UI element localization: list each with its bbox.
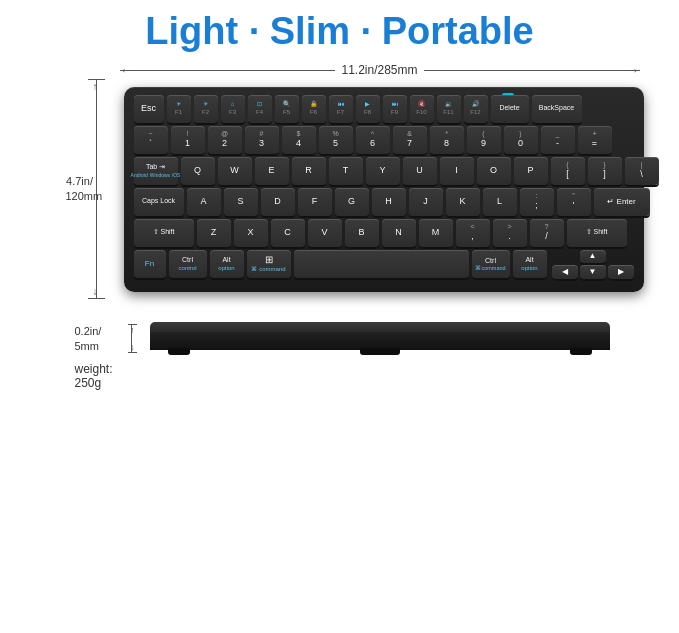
width-label: 11.2in/285mm (335, 63, 423, 77)
key-f4[interactable]: ⊡F4 (248, 95, 272, 123)
up-arrow-icon: ↑ (93, 81, 98, 92)
key-comma[interactable]: <, (456, 219, 490, 247)
arrow-right-icon: → (626, 62, 640, 78)
key-f6[interactable]: 🔒F6 (302, 95, 326, 123)
side-top-edge (150, 322, 610, 332)
height-measurement: 4.7in/120mm ↑ ↓ (66, 79, 116, 299)
key-enter[interactable]: ↵ Enter (594, 188, 650, 216)
key-rbracket[interactable]: }] (588, 157, 622, 185)
key-minus[interactable]: _- (541, 126, 575, 154)
bumper-center (360, 348, 400, 355)
key-arrow-down[interactable]: ▼ (580, 265, 606, 279)
key-m[interactable]: M (419, 219, 453, 247)
key-equals[interactable]: += (578, 126, 612, 154)
key-b[interactable]: B (345, 219, 379, 247)
key-arrow-right[interactable]: ▶ (608, 265, 634, 279)
key-g[interactable]: G (335, 188, 369, 216)
key-a[interactable]: A (187, 188, 221, 216)
key-e[interactable]: E (255, 157, 289, 185)
key-ctrl-right[interactable]: Ctrl⌘command (472, 250, 510, 278)
key-f7[interactable]: ⏮F7 (329, 95, 353, 123)
key-tab[interactable]: Tab ⇥AndroidWindowsiOS (134, 157, 178, 185)
key-p[interactable]: P (514, 157, 548, 185)
key-quote[interactable]: "' (557, 188, 591, 216)
key-lbracket[interactable]: {[ (551, 157, 585, 185)
key-i[interactable]: I (440, 157, 474, 185)
key-d[interactable]: D (261, 188, 295, 216)
thickness-down-arrow: ↓ (130, 342, 135, 352)
key-u[interactable]: U (403, 157, 437, 185)
key-f9[interactable]: ⏭F9 (383, 95, 407, 123)
key-1[interactable]: !1 (171, 126, 205, 154)
arrow-up-row: ▲ (552, 250, 634, 263)
key-tilde[interactable]: ~` (134, 126, 168, 154)
key-f12[interactable]: 🔊F12 (464, 95, 488, 123)
key-x[interactable]: X (234, 219, 268, 247)
key-backspace[interactable]: BackSpace (532, 95, 582, 123)
header: Light · Slim · Portable (0, 0, 679, 58)
down-arrow-icon: ↓ (93, 286, 98, 297)
key-v[interactable]: V (308, 219, 342, 247)
key-k[interactable]: K (446, 188, 480, 216)
main-content: ← → 11.2in/285mm 4.7in/120mm ↑ ↓ Esc ☀F1… (0, 58, 679, 394)
key-f1[interactable]: ☀F1 (167, 95, 191, 123)
key-2[interactable]: @2 (208, 126, 242, 154)
key-cmd[interactable]: ⊞⌘ command (247, 250, 291, 278)
side-profile (145, 322, 635, 350)
key-y[interactable]: Y (366, 157, 400, 185)
key-o[interactable]: O (477, 157, 511, 185)
bottom-row: Fn Ctrlcontrol Altoption ⊞⌘ command Ctrl… (134, 250, 634, 279)
key-f5[interactable]: 🔍F5 (275, 95, 299, 123)
key-6[interactable]: ^6 (356, 126, 390, 154)
key-alt-left[interactable]: Altoption (210, 250, 244, 278)
thickness-label: 0.2in/5mm (75, 324, 102, 355)
key-space[interactable] (294, 250, 469, 278)
key-arrow-left[interactable]: ◀ (552, 265, 578, 279)
key-f3[interactable]: ⌂F3 (221, 95, 245, 123)
key-capslock[interactable]: Caps Lock (134, 188, 184, 216)
key-f2[interactable]: ☀F2 (194, 95, 218, 123)
key-5[interactable]: %5 (319, 126, 353, 154)
key-f[interactable]: F (298, 188, 332, 216)
key-n[interactable]: N (382, 219, 416, 247)
key-f10[interactable]: 🔇F10 (410, 95, 434, 123)
key-l[interactable]: L (483, 188, 517, 216)
key-slash[interactable]: ?/ (530, 219, 564, 247)
key-9[interactable]: (9 (467, 126, 501, 154)
key-7[interactable]: &7 (393, 126, 427, 154)
key-period[interactable]: >. (493, 219, 527, 247)
key-fn[interactable]: Fn (134, 250, 166, 278)
key-shift-right[interactable]: ⇧ Shift (567, 219, 627, 247)
key-backslash[interactable]: |\ (625, 157, 659, 185)
key-s[interactable]: S (224, 188, 258, 216)
key-f8[interactable]: ▶F8 (356, 95, 380, 123)
key-f11[interactable]: 🔉F11 (437, 95, 461, 123)
thickness-up-arrow: ↑ (130, 325, 135, 335)
thickness-measurement: ↑ ↓ 0.2in/5mm weight: 250g (75, 324, 140, 394)
key-0[interactable]: )0 (504, 126, 538, 154)
h-line-bottom (88, 298, 105, 299)
key-semicolon[interactable]: :; (520, 188, 554, 216)
zxcv-row: ⇧ Shift Z X C V B N M <, >. ?/ ⇧ Shift (134, 219, 634, 247)
page-title: Light · Slim · Portable (0, 10, 679, 53)
key-q[interactable]: Q (181, 157, 215, 185)
key-8[interactable]: *8 (430, 126, 464, 154)
key-alt-right[interactable]: Altoption (513, 250, 547, 278)
key-shift-left[interactable]: ⇧ Shift (134, 219, 194, 247)
key-z[interactable]: Z (197, 219, 231, 247)
key-4[interactable]: $4 (282, 126, 316, 154)
key-r[interactable]: R (292, 157, 326, 185)
key-j[interactable]: J (409, 188, 443, 216)
key-arrow-up[interactable]: ▲ (580, 250, 606, 263)
qwerty-row: Tab ⇥AndroidWindowsiOS Q W E R T Y U I O… (134, 157, 634, 185)
key-esc[interactable]: Esc (134, 95, 164, 123)
key-h[interactable]: H (372, 188, 406, 216)
key-c[interactable]: C (271, 219, 305, 247)
side-body (150, 332, 610, 350)
key-t[interactable]: T (329, 157, 363, 185)
key-3[interactable]: #3 (245, 126, 279, 154)
key-delete[interactable]: Delete (491, 95, 529, 123)
key-w[interactable]: W (218, 157, 252, 185)
key-ctrl-left[interactable]: Ctrlcontrol (169, 250, 207, 278)
h-line-top (88, 79, 105, 80)
